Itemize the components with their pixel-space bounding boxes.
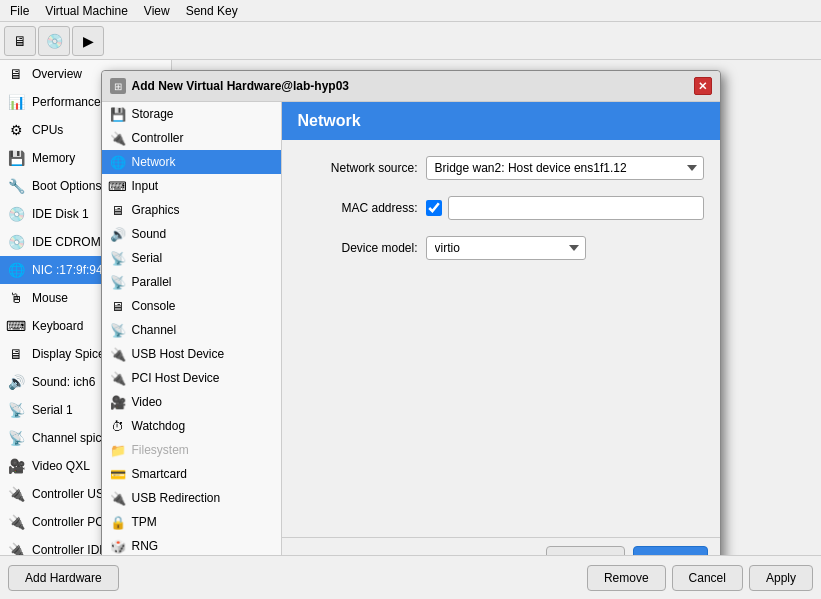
device-model-row: Device model: virtioe1000rtl8139 bbox=[298, 236, 704, 260]
dialog-item-label-controller: Controller bbox=[132, 131, 184, 145]
network-source-select[interactable]: Bridge wan2: Host device ens1f1.12Bridge… bbox=[426, 156, 704, 180]
dialog-item-icon-video: 🎥 bbox=[110, 394, 126, 410]
dialog-title-text: Add New Virtual Hardware@lab-hyp03 bbox=[132, 79, 688, 93]
add-hardware-button[interactable]: Add Hardware bbox=[8, 565, 119, 591]
toolbar: 🖥 💿 ▶ bbox=[0, 22, 821, 60]
toolbar-disk-btn[interactable]: 💿 bbox=[38, 26, 70, 56]
dialog-item-label-console: Console bbox=[132, 299, 176, 313]
toolbar-play-btn[interactable]: ▶ bbox=[72, 26, 104, 56]
dialog-item-label-input: Input bbox=[132, 179, 159, 193]
menu-view[interactable]: View bbox=[138, 2, 176, 20]
menubar: File Virtual Machine View Send Key bbox=[0, 0, 821, 22]
dialog-item-rng[interactable]: 🎲 RNG bbox=[102, 534, 281, 555]
dialog-item-icon-parallel: 📡 bbox=[110, 274, 126, 290]
dialog-item-graphics[interactable]: 🖥 Graphics bbox=[102, 198, 281, 222]
apply-button[interactable]: Apply bbox=[749, 565, 813, 591]
dialog-overlay: ⊞ Add New Virtual Hardware@lab-hyp03 ✕ 💾… bbox=[0, 60, 821, 555]
dialog-item-icon-serial: 📡 bbox=[110, 250, 126, 266]
dialog-item-usb-host[interactable]: 🔌 USB Host Device bbox=[102, 342, 281, 366]
dialog-item-label-parallel: Parallel bbox=[132, 275, 172, 289]
dialog-item-label-channel: Channel bbox=[132, 323, 177, 337]
dialog-item-label-usb-redirect: USB Redirection bbox=[132, 491, 221, 505]
bottom-bar: Add Hardware Remove Cancel Apply bbox=[0, 555, 821, 599]
dialog-item-label-filesystem: Filesystem bbox=[132, 443, 189, 457]
dialog-item-storage[interactable]: 💾 Storage bbox=[102, 102, 281, 126]
dialog-item-watchdog[interactable]: ⏱ Watchdog bbox=[102, 414, 281, 438]
dialog-body: 💾 Storage 🔌 Controller 🌐 Network ⌨ Input… bbox=[102, 102, 720, 555]
dialog-item-input[interactable]: ⌨ Input bbox=[102, 174, 281, 198]
dialog-item-icon-channel: 📡 bbox=[110, 322, 126, 338]
mac-address-row: MAC address: 52:54:00:cf:02:ee bbox=[298, 196, 704, 220]
network-source-row: Network source: Bridge wan2: Host device… bbox=[298, 156, 704, 180]
dialog-item-icon-sound: 🔊 bbox=[110, 226, 126, 242]
device-model-label: Device model: bbox=[298, 241, 418, 255]
dialog-item-video[interactable]: 🎥 Video bbox=[102, 390, 281, 414]
dialog-title-icon: ⊞ bbox=[110, 78, 126, 94]
dialog-item-filesystem: 📁 Filesystem bbox=[102, 438, 281, 462]
device-model-control: virtioe1000rtl8139 bbox=[426, 236, 704, 260]
menu-virtual-machine[interactable]: Virtual Machine bbox=[39, 2, 134, 20]
dialog-item-channel[interactable]: 📡 Channel bbox=[102, 318, 281, 342]
dialog-item-label-graphics: Graphics bbox=[132, 203, 180, 217]
dialog-item-icon-watchdog: ⏱ bbox=[110, 418, 126, 434]
bottom-bar-left: Add Hardware bbox=[8, 565, 581, 591]
dialog-left-panel: 💾 Storage 🔌 Controller 🌐 Network ⌨ Input… bbox=[102, 102, 282, 555]
dialog-item-sound[interactable]: 🔊 Sound bbox=[102, 222, 281, 246]
dialog-item-smartcard[interactable]: 💳 Smartcard bbox=[102, 462, 281, 486]
menu-send-key[interactable]: Send Key bbox=[180, 2, 244, 20]
dialog-item-label-serial: Serial bbox=[132, 251, 163, 265]
network-source-control: Bridge wan2: Host device ens1f1.12Bridge… bbox=[426, 156, 704, 180]
dialog-right-content: Network source: Bridge wan2: Host device… bbox=[282, 140, 720, 537]
dialog-item-icon-rng: 🎲 bbox=[110, 538, 126, 554]
dialog-item-icon-filesystem: 📁 bbox=[110, 442, 126, 458]
cancel-button[interactable]: Cancel bbox=[672, 565, 743, 591]
dialog-right-panel: Network Network source: Bridge wan2: Hos… bbox=[282, 102, 720, 555]
dialog-item-serial[interactable]: 📡 Serial bbox=[102, 246, 281, 270]
dialog-item-console[interactable]: 🖥 Console bbox=[102, 294, 281, 318]
dialog-finish-button[interactable]: Finish bbox=[633, 546, 707, 555]
dialog-item-label-storage: Storage bbox=[132, 107, 174, 121]
dialog-item-icon-input: ⌨ bbox=[110, 178, 126, 194]
dialog-item-usb-redirect[interactable]: 🔌 USB Redirection bbox=[102, 486, 281, 510]
dialog-item-icon-usb-host: 🔌 bbox=[110, 346, 126, 362]
dialog-item-network[interactable]: 🌐 Network bbox=[102, 150, 281, 174]
add-hardware-dialog: ⊞ Add New Virtual Hardware@lab-hyp03 ✕ 💾… bbox=[101, 70, 721, 555]
dialog-item-icon-controller: 🔌 bbox=[110, 130, 126, 146]
dialog-item-icon-tpm: 🔒 bbox=[110, 514, 126, 530]
dialog-item-pci-host[interactable]: 🔌 PCI Host Device bbox=[102, 366, 281, 390]
dialog-item-label-sound: Sound bbox=[132, 227, 167, 241]
dialog-item-icon-console: 🖥 bbox=[110, 298, 126, 314]
dialog-footer: Cancel Finish bbox=[282, 537, 720, 555]
device-model-select[interactable]: virtioe1000rtl8139 bbox=[426, 236, 586, 260]
dialog-right-header: Network bbox=[282, 102, 720, 140]
dialog-titlebar: ⊞ Add New Virtual Hardware@lab-hyp03 ✕ bbox=[102, 71, 720, 102]
dialog-item-icon-network: 🌐 bbox=[110, 154, 126, 170]
dialog-item-parallel[interactable]: 📡 Parallel bbox=[102, 270, 281, 294]
dialog-item-icon-smartcard: 💳 bbox=[110, 466, 126, 482]
dialog-item-icon-pci-host: 🔌 bbox=[110, 370, 126, 386]
mac-address-input[interactable]: 52:54:00:cf:02:ee bbox=[448, 196, 704, 220]
dialog-close-button[interactable]: ✕ bbox=[694, 77, 712, 95]
dialog-item-tpm[interactable]: 🔒 TPM bbox=[102, 510, 281, 534]
dialog-item-label-rng: RNG bbox=[132, 539, 159, 553]
toolbar-monitor-btn[interactable]: 🖥 bbox=[4, 26, 36, 56]
dialog-cancel-button[interactable]: Cancel bbox=[546, 546, 625, 555]
dialog-item-label-usb-host: USB Host Device bbox=[132, 347, 225, 361]
dialog-item-controller[interactable]: 🔌 Controller bbox=[102, 126, 281, 150]
network-source-label: Network source: bbox=[298, 161, 418, 175]
dialog-item-label-tpm: TPM bbox=[132, 515, 157, 529]
dialog-item-icon-storage: 💾 bbox=[110, 106, 126, 122]
mac-checkbox[interactable] bbox=[426, 200, 442, 216]
dialog-item-label-network: Network bbox=[132, 155, 176, 169]
dialog-item-label-smartcard: Smartcard bbox=[132, 467, 187, 481]
menu-file[interactable]: File bbox=[4, 2, 35, 20]
dialog-item-icon-usb-redirect: 🔌 bbox=[110, 490, 126, 506]
dialog-item-label-video: Video bbox=[132, 395, 162, 409]
remove-button[interactable]: Remove bbox=[587, 565, 666, 591]
content-area: 🖥 Overview 📊 Performance ⚙ CPUs 💾 Memory… bbox=[0, 60, 821, 555]
dialog-item-label-watchdog: Watchdog bbox=[132, 419, 186, 433]
mac-address-control: 52:54:00:cf:02:ee bbox=[426, 196, 704, 220]
main-window: File Virtual Machine View Send Key 🖥 💿 ▶… bbox=[0, 0, 821, 599]
mac-address-label: MAC address: bbox=[298, 201, 418, 215]
dialog-item-icon-graphics: 🖥 bbox=[110, 202, 126, 218]
